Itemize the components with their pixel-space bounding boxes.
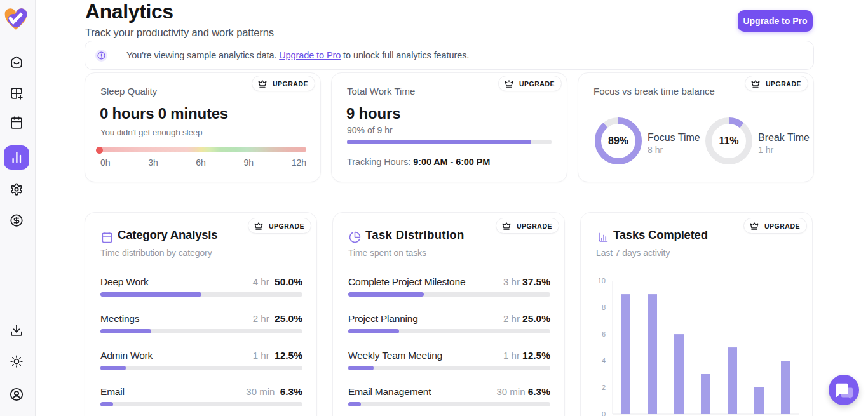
svg-text:0: 0 bbox=[602, 410, 606, 416]
svg-text:2: 2 bbox=[602, 384, 606, 391]
svg-text:10: 10 bbox=[598, 277, 606, 285]
svg-text:6: 6 bbox=[602, 330, 606, 338]
svg-text:4: 4 bbox=[602, 357, 606, 365]
svg-text:8: 8 bbox=[602, 304, 606, 311]
